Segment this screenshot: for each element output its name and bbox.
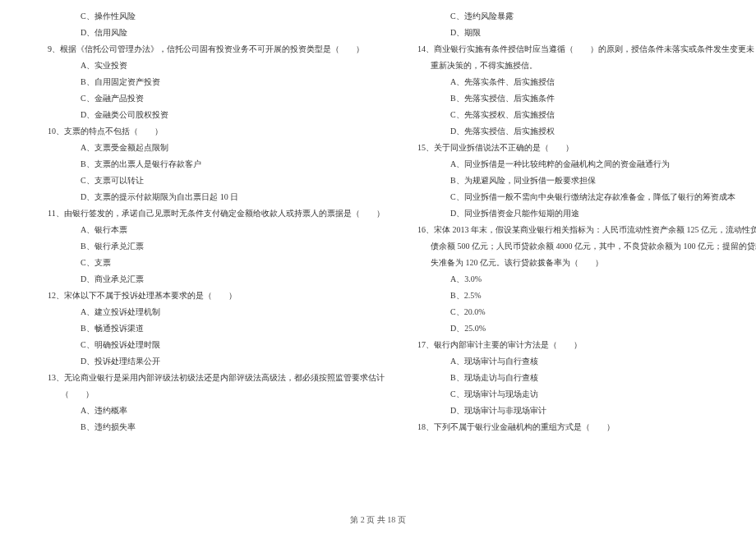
option-text: C、先落实授权、后实施授信 — [411, 107, 723, 123]
question-text: 10、支票的特点不包括（ ） — [41, 123, 353, 140]
right-column: C、违约风险暴露D、期限14、商业银行实施有条件授信时应当遵循（ ）的原则，授信… — [378, 8, 756, 509]
option-text: C、金融产品投资 — [41, 90, 353, 107]
option-text: D、期限 — [411, 25, 723, 41]
question-text: 12、宋体以下不属于投诉处理基本要求的是（ ） — [41, 288, 353, 304]
option-text: C、支票可以转让 — [41, 173, 353, 189]
option-text: A、建立投诉处理机制 — [41, 304, 353, 320]
option-text: A、银行本票 — [41, 222, 353, 238]
option-text: A、违约概率 — [41, 403, 353, 419]
option-text: B、畅通投诉渠道 — [41, 320, 353, 337]
option-text: B、自用固定资产投资 — [41, 74, 353, 90]
option-text: D、信用风险 — [41, 25, 353, 41]
option-text: A、实业投资 — [41, 58, 353, 74]
option-text: D、金融类公司股权投资 — [41, 107, 353, 123]
option-text: C、同业拆借一般不需向中央银行缴纳法定存款准备金，降低了银行的筹资成本 — [411, 189, 723, 205]
question-text: 17、银行内部审计主要的审计方法是（ ） — [411, 337, 723, 353]
option-text: A、先落实条件、后实施授信 — [411, 74, 723, 90]
question-text: 重新决策的，不得实施授信。 — [411, 58, 723, 74]
question-text: （ ） — [41, 386, 353, 403]
option-text: B、支票的出票人是银行存款客户 — [41, 156, 353, 173]
option-text: B、违约损失率 — [41, 419, 353, 435]
option-text: D、投诉处理结果公开 — [41, 353, 353, 370]
question-text: 16、宋体 2013 年末，假设某商业银行相关指标为：人民币流动性资产余额 12… — [411, 222, 723, 238]
option-text: D、现场审计与非现场审计 — [411, 403, 723, 419]
option-text: D、同业拆借资金只能作短期的用途 — [411, 205, 723, 222]
option-text: B、为规避风险，同业拆借一般要求担保 — [411, 173, 723, 189]
option-text: D、支票的提示付款期限为自出票日起 10 日 — [41, 189, 353, 205]
question-text: 14、商业银行实施有条件授信时应当遵循（ ）的原则，授信条件未落实或条件发生变更… — [411, 41, 723, 58]
question-text: 11、由银行签发的，承诺自己见票时无条件支付确定金额给收款人或持票人的票据是（ … — [41, 205, 353, 222]
option-text: B、现场走访与自行查核 — [411, 370, 723, 386]
option-text: A、3.0% — [411, 271, 723, 288]
question-text: 13、无论商业银行是采用内部评级法初级法还是内部评级法高级法，都必须按照监管要求… — [41, 370, 353, 386]
option-text: C、操作性风险 — [41, 8, 353, 25]
option-text: C、明确投诉处理时限 — [41, 337, 353, 353]
option-text: D、25.0% — [411, 320, 723, 337]
page-footer: 第 2 页 共 18 页 — [0, 514, 756, 526]
question-text: 债余额 500 亿元；人民币贷款余额 4000 亿元，其中，不良贷款余额为 10… — [411, 238, 723, 255]
left-column: C、操作性风险D、信用风险9、根据《信托公司管理办法》，信托公司固有投资业务不可… — [0, 8, 378, 509]
option-text: B、2.5% — [411, 288, 723, 304]
question-text: 失准备为 120 亿元。该行贷款拨备率为（ ） — [411, 255, 723, 271]
option-text: B、先落实授信、后实施条件 — [411, 90, 723, 107]
option-text: D、商业承兑汇票 — [41, 271, 353, 288]
option-text: C、现场审计与现场走访 — [411, 386, 723, 403]
question-text: 15、关于同业拆借说法不正确的是（ ） — [411, 140, 723, 156]
option-text: C、20.0% — [411, 304, 723, 320]
option-text: A、同业拆借是一种比较纯粹的金融机构之间的资金融通行为 — [411, 156, 723, 173]
option-text: A、现场审计与自行查核 — [411, 353, 723, 370]
option-text: A、支票受金额起点限制 — [41, 140, 353, 156]
page-container: C、操作性风险D、信用风险9、根据《信托公司管理办法》，信托公司固有投资业务不可… — [0, 0, 756, 509]
option-text: B、银行承兑汇票 — [41, 238, 353, 255]
option-text: C、违约风险暴露 — [411, 8, 723, 25]
option-text: C、支票 — [41, 255, 353, 271]
option-text: D、先落实授信、后实施授权 — [411, 123, 723, 140]
question-text: 18、下列不属于银行业金融机构的重组方式是（ ） — [411, 419, 723, 435]
question-text: 9、根据《信托公司管理办法》，信托公司固有投资业务不可开展的投资类型是（ ） — [41, 41, 353, 58]
